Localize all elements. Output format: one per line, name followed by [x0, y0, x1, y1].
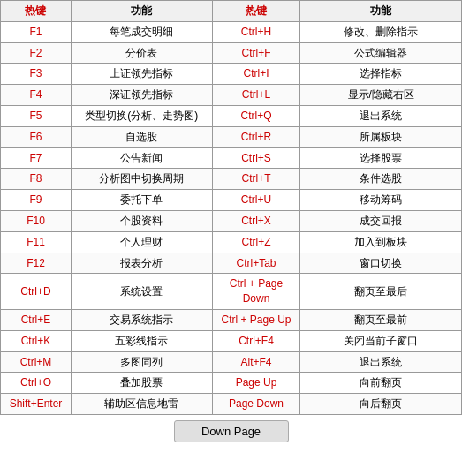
table-row: Ctrl+D系统设置Ctrl + Page Down翻页至最后 [1, 274, 462, 310]
table-row: Ctrl+M多图同列Alt+F4退出系统 [1, 351, 462, 373]
function-2: 所属板块 [300, 126, 462, 147]
function-1: 多图同列 [71, 351, 212, 373]
hotkey-1: F8 [1, 169, 72, 190]
hotkey-1: F2 [1, 42, 72, 64]
function-1: 交易系统指示 [71, 309, 212, 330]
function-2: 选择指标 [300, 64, 462, 85]
table-row: F8分析图中切换周期Ctrl+T条件选股 [1, 169, 462, 190]
function-2: 向后翻页 [300, 394, 462, 415]
hotkey-2: Ctrl + Page Down [212, 274, 300, 310]
function-2: 翻页至最前 [300, 309, 462, 330]
hotkey-2: Ctrl+T [212, 169, 300, 190]
hotkey-2: Ctrl+H [212, 21, 300, 42]
hotkey-1: F12 [1, 253, 72, 274]
hotkey-2: Ctrl + Page Up [212, 309, 300, 330]
hotkey-2: Ctrl+Z [212, 231, 300, 253]
function-1: 个股资料 [71, 210, 212, 231]
table-row: F9委托下单Ctrl+U移动筹码 [1, 190, 462, 211]
function-1: 分价表 [71, 42, 212, 64]
table-row: F4深证领先指标Ctrl+L显示/隐藏右区 [1, 85, 462, 106]
function-2: 退出系统 [300, 105, 462, 126]
hotkey-1: F6 [1, 126, 72, 147]
function-2: 选择股票 [300, 147, 462, 169]
function-1: 五彩线指示 [71, 330, 212, 351]
hotkey-2: Ctrl+Q [212, 105, 300, 126]
table-row: F1每笔成交明细Ctrl+H修改、删除指示 [1, 21, 462, 42]
table-row: F6自选股Ctrl+R所属板块 [1, 126, 462, 147]
function-2: 修改、删除指示 [300, 21, 462, 42]
function-1: 公告新闻 [71, 147, 212, 169]
hotkey-2: Ctrl+X [212, 210, 300, 231]
function-2: 向前翻页 [300, 373, 462, 394]
table-row: F3上证领先指标Ctrl+I选择指标 [1, 64, 462, 85]
function-1: 个人理财 [71, 231, 212, 253]
function-2: 公式编辑器 [300, 42, 462, 64]
function-1: 自选股 [71, 126, 212, 147]
hotkey-1: F3 [1, 64, 72, 85]
hotkey-1: Ctrl+M [1, 351, 72, 373]
function-1: 委托下单 [71, 190, 212, 211]
hotkey-1: F5 [1, 105, 72, 126]
function-2: 翻页至最后 [300, 274, 462, 310]
function-2: 成交回报 [300, 210, 462, 231]
function-2: 加入到板块 [300, 231, 462, 253]
function-1: 系统设置 [71, 274, 212, 310]
hotkey-1: Ctrl+K [1, 330, 72, 351]
function-2: 关闭当前子窗口 [300, 330, 462, 351]
table-row: F2分价表Ctrl+F公式编辑器 [1, 42, 462, 64]
hotkey-2: Ctrl+S [212, 147, 300, 169]
function-1: 叠加股票 [71, 373, 212, 394]
hotkey-2: Ctrl+I [212, 64, 300, 85]
function-1: 报表分析 [71, 253, 212, 274]
hotkey-1: Ctrl+D [1, 274, 72, 310]
table-row: F10个股资料Ctrl+X成交回报 [1, 210, 462, 231]
hotkey-2: Page Up [212, 373, 300, 394]
hotkey-2: Ctrl+U [212, 190, 300, 211]
function-1: 每笔成交明细 [71, 21, 212, 42]
hotkey-1: F1 [1, 21, 72, 42]
hotkey-2: Alt+F4 [212, 351, 300, 373]
hotkey-2: Ctrl+L [212, 85, 300, 106]
table-row: Shift+Enter辅助区信息地雷Page Down向后翻页 [1, 394, 462, 415]
function-1: 辅助区信息地雷 [71, 394, 212, 415]
function-2: 条件选股 [300, 169, 462, 190]
table-row: F5类型切换(分析、走势图)Ctrl+Q退出系统 [1, 105, 462, 126]
table-row: F7公告新闻Ctrl+S选择股票 [1, 147, 462, 169]
hotkey-2: Ctrl+Tab [212, 253, 300, 274]
hotkey-2: Page Down [212, 394, 300, 415]
hotkey-1: F9 [1, 190, 72, 211]
function-2: 显示/隐藏右区 [300, 85, 462, 106]
hotkey-1: F10 [1, 210, 72, 231]
table-row: Ctrl+E交易系统指示Ctrl + Page Up翻页至最前 [1, 309, 462, 330]
table-row: Ctrl+O叠加股票Page Up向前翻页 [1, 373, 462, 394]
function-2: 移动筹码 [300, 190, 462, 211]
down-page-button[interactable]: Down Page [174, 420, 289, 442]
table-row: Ctrl+K五彩线指示Ctrl+F4关闭当前子窗口 [1, 330, 462, 351]
function-2: 窗口切换 [300, 253, 462, 274]
hotkey-1: Ctrl+O [1, 373, 72, 394]
hotkey-1: F7 [1, 147, 72, 169]
hotkey-1: F4 [1, 85, 72, 106]
hotkey-table: 热键功能热键功能 F1每笔成交明细Ctrl+H修改、删除指示F2分价表Ctrl+… [0, 0, 462, 415]
function-2: 退出系统 [300, 351, 462, 373]
table-row: F11个人理财Ctrl+Z加入到板块 [1, 231, 462, 253]
table-row: F12报表分析Ctrl+Tab窗口切换 [1, 253, 462, 274]
hotkey-2: Ctrl+F4 [212, 330, 300, 351]
function-1: 类型切换(分析、走势图) [71, 105, 212, 126]
function-1: 深证领先指标 [71, 85, 212, 106]
function-1: 上证领先指标 [71, 64, 212, 85]
hotkey-1: F11 [1, 231, 72, 253]
hotkey-1: Ctrl+E [1, 309, 72, 330]
hotkey-2: Ctrl+F [212, 42, 300, 64]
hotkey-2: Ctrl+R [212, 126, 300, 147]
function-1: 分析图中切换周期 [71, 169, 212, 190]
hotkey-1: Shift+Enter [1, 394, 72, 415]
